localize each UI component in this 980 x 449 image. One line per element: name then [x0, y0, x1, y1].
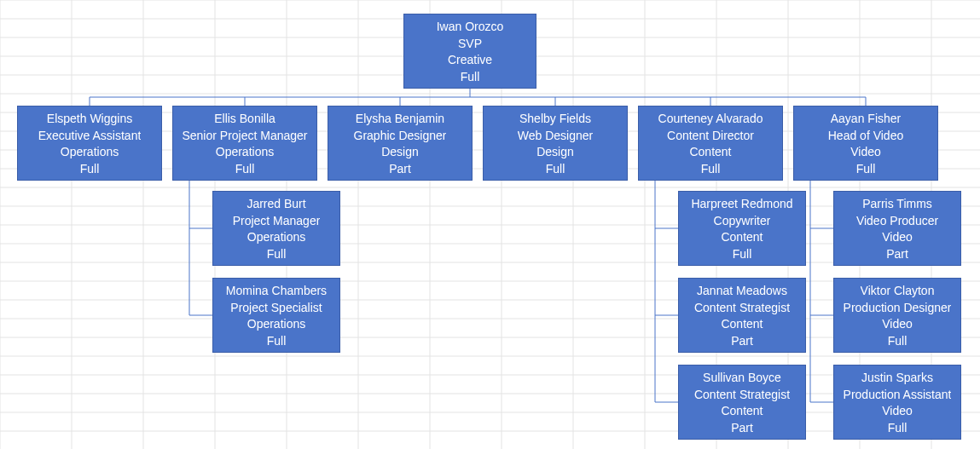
node-dept: Video: [850, 143, 881, 160]
node-name: Harpreet Redmond: [691, 195, 792, 212]
node-dept: Operations: [61, 143, 119, 160]
node-title: SVP: [458, 35, 482, 52]
node-dept: Design: [536, 143, 574, 160]
node-title: Content Strategist: [694, 299, 790, 316]
node-dept: Video: [882, 402, 913, 419]
node-name: Iwan Orozco: [437, 18, 504, 35]
org-node-elysha-benjamin[interactable]: Elysha Benjamin Graphic Designer Design …: [328, 106, 473, 181]
node-title: Senior Project Manager: [182, 127, 307, 144]
node-status: Full: [461, 68, 480, 85]
node-name: Jarred Burt: [246, 195, 305, 212]
node-dept: Video: [882, 315, 913, 332]
node-title: Production Designer: [844, 299, 952, 316]
node-title: Video Producer: [856, 212, 938, 229]
org-node-jannat-meadows[interactable]: Jannat Meadows Content Strategist Conten…: [678, 278, 806, 353]
node-title: Web Designer: [518, 127, 593, 144]
org-node-shelby-fields[interactable]: Shelby Fields Web Designer Design Full: [483, 106, 628, 181]
node-name: Viktor Clayton: [861, 282, 935, 299]
node-status: Full: [267, 332, 287, 349]
node-status: Full: [235, 160, 255, 177]
node-status: Part: [886, 245, 908, 262]
node-title: Head of Video: [828, 127, 903, 144]
node-name: Elspeth Wiggins: [47, 110, 132, 127]
org-node-parris-timms[interactable]: Parris Timms Video Producer Video Part: [833, 191, 961, 266]
org-node-courteney-alvarado[interactable]: Courteney Alvarado Content Director Cont…: [638, 106, 783, 181]
node-status: Full: [267, 245, 287, 262]
node-title: Content Director: [667, 127, 754, 144]
node-dept: Operations: [247, 228, 305, 245]
org-node-harpreet-redmond[interactable]: Harpreet Redmond Copywriter Content Full: [678, 191, 806, 266]
org-node-root[interactable]: Iwan Orozco SVP Creative Full: [403, 14, 536, 89]
node-status: Part: [731, 332, 753, 349]
node-name: Aayan Fisher: [831, 110, 901, 127]
org-node-justin-sparks[interactable]: Justin Sparks Production Assistant Video…: [833, 365, 961, 440]
node-dept: Content: [721, 402, 763, 419]
node-status: Part: [731, 419, 753, 436]
node-dept: Video: [882, 228, 913, 245]
node-name: Elysha Benjamin: [356, 110, 444, 127]
node-status: Full: [856, 160, 876, 177]
node-title: Executive Assistant: [38, 127, 142, 144]
node-name: Sullivan Boyce: [703, 369, 781, 386]
org-node-elspeth-wiggins[interactable]: Elspeth Wiggins Executive Assistant Oper…: [17, 106, 162, 181]
org-node-jarred-burt[interactable]: Jarred Burt Project Manager Operations F…: [212, 191, 340, 266]
node-name: Momina Chambers: [226, 282, 327, 299]
node-title: Production Assistant: [844, 386, 952, 403]
node-dept: Content: [689, 143, 731, 160]
node-status: Full: [733, 245, 752, 262]
node-title: Copywriter: [714, 212, 771, 229]
org-node-viktor-clayton[interactable]: Viktor Clayton Production Designer Video…: [833, 278, 961, 353]
node-dept: Creative: [448, 51, 492, 68]
node-status: Full: [888, 332, 908, 349]
node-status: Part: [389, 160, 411, 177]
org-node-momina-chambers[interactable]: Momina Chambers Project Specialist Opera…: [212, 278, 340, 353]
node-name: Shelby Fields: [519, 110, 591, 127]
node-dept: Content: [721, 228, 763, 245]
node-name: Courteney Alvarado: [658, 110, 763, 127]
node-name: Ellis Bonilla: [214, 110, 275, 127]
node-name: Parris Timms: [862, 195, 932, 212]
node-name: Justin Sparks: [861, 369, 933, 386]
node-dept: Design: [381, 143, 419, 160]
node-dept: Operations: [216, 143, 274, 160]
node-dept: Content: [721, 315, 763, 332]
org-node-aayan-fisher[interactable]: Aayan Fisher Head of Video Video Full: [793, 106, 938, 181]
node-status: Full: [546, 160, 565, 177]
node-status: Full: [701, 160, 721, 177]
org-node-ellis-bonilla[interactable]: Ellis Bonilla Senior Project Manager Ope…: [172, 106, 317, 181]
node-name: Jannat Meadows: [697, 282, 787, 299]
node-status: Full: [80, 160, 100, 177]
org-node-sullivan-boyce[interactable]: Sullivan Boyce Content Strategist Conten…: [678, 365, 806, 440]
node-title: Project Specialist: [230, 299, 322, 316]
node-title: Project Manager: [233, 212, 321, 229]
node-dept: Operations: [247, 315, 305, 332]
node-title: Content Strategist: [694, 386, 790, 403]
node-status: Full: [888, 419, 908, 436]
node-title: Graphic Designer: [354, 127, 447, 144]
